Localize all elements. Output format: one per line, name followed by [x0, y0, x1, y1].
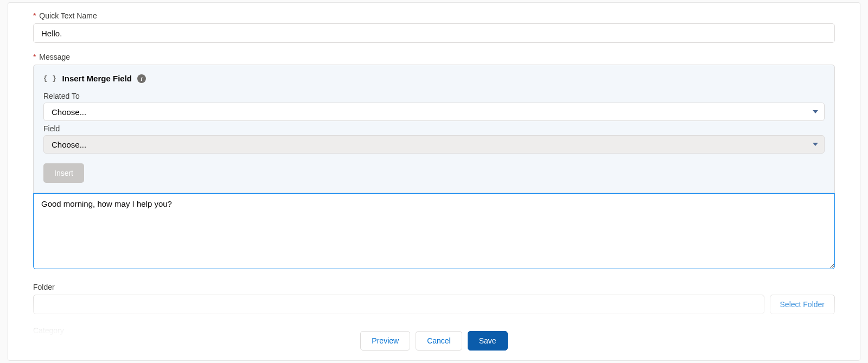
related-to-selected-value: Choose...	[52, 107, 86, 117]
select-folder-button[interactable]: Select Folder	[770, 295, 835, 314]
field-label: Field	[43, 124, 825, 133]
insert-button: Insert	[43, 163, 84, 183]
related-to-label: Related To	[43, 92, 825, 100]
folder-label: Folder	[33, 283, 835, 291]
quick-text-name-input[interactable]	[33, 23, 835, 43]
message-textarea[interactable]	[33, 193, 835, 269]
folder-path-input[interactable]	[33, 295, 764, 314]
field-select: Choose...	[43, 135, 825, 154]
insert-merge-field-panel: { } Insert Merge Field i Related To Choo…	[33, 65, 835, 193]
message-label: * Message	[33, 53, 835, 61]
required-asterisk-icon: *	[33, 11, 36, 20]
merge-field-braces-icon: { }	[43, 75, 57, 82]
field-selected-value: Choose...	[52, 140, 86, 149]
cancel-button[interactable]: Cancel	[416, 331, 462, 351]
required-asterisk-icon: *	[33, 53, 36, 61]
save-button[interactable]: Save	[468, 331, 508, 351]
insert-merge-field-title: Insert Merge Field	[62, 74, 132, 83]
info-icon[interactable]: i	[137, 74, 146, 83]
preview-button[interactable]: Preview	[360, 331, 410, 351]
message-label-text: Message	[39, 53, 70, 61]
footer-actions: Preview Cancel Save	[8, 331, 860, 351]
related-to-select[interactable]: Choose...	[43, 103, 825, 121]
quick-text-name-label-text: Quick Text Name	[39, 11, 97, 20]
quick-text-name-label: * Quick Text Name	[33, 11, 835, 20]
